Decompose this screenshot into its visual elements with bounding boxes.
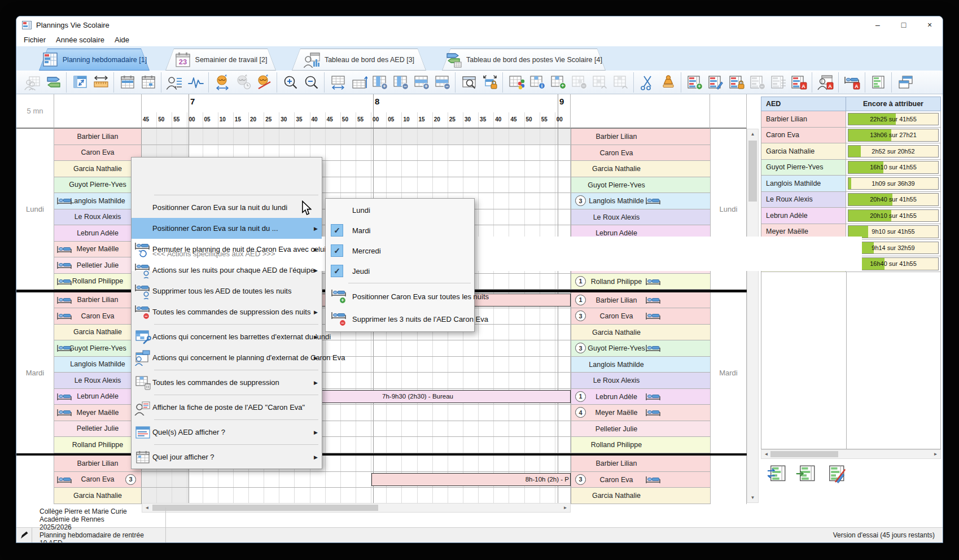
scroll-left-icon[interactable]: ◄ [761,450,771,458]
zoom-in-icon[interactable] [280,72,301,93]
aed-pdf-icon[interactable]: A [815,72,839,93]
context-menu-item[interactable]: Positionner Caron Eva sur la nuit du ...… [132,218,322,239]
panel-row[interactable]: Barbier Lilian 22h25 sur 41h55 [761,111,941,128]
cell-add-icon[interactable]: + [548,72,568,93]
aed-list-icon[interactable] [164,72,185,93]
planning-pdf-icon[interactable]: A [789,72,812,93]
cascade-windows-icon[interactable] [895,72,916,93]
aed-name-cell[interactable]: Guyot Pierre-Yves [54,340,142,356]
aed-name-cell[interactable]: Langlois Mathilde [54,357,142,373]
table-height-icon[interactable] [348,72,369,93]
panel-aed-name[interactable]: Guyot Pierre-Yves [761,160,846,176]
aed-name-cell-right[interactable]: Rolland Philippe [571,437,710,453]
horizontal-scrollbar[interactable]: ◄ ► [142,503,571,513]
aed-name-cell-right[interactable]: 3 Caron Eva [571,472,710,488]
aed-name-cell[interactable]: Caron Eva 3 [54,472,142,488]
aed-name-cell[interactable]: Caron Eva [54,145,142,161]
panel-aed-name[interactable]: Langlois Mathilde [761,176,846,192]
aed-name-cell[interactable]: Pelletier Julie [54,257,142,273]
aed-name-cell[interactable]: Le Roux Alexis [54,209,142,225]
context-menu-item[interactable]: Actions sur les nuits pour chaque AED de… [132,260,322,281]
context-menu-item[interactable]: Quel jour afficher ? ▶ [132,447,322,467]
submenu-item[interactable]: Lundi [326,200,474,220]
aed-name-cell-right[interactable]: 4 Meyer Maëlle [571,405,710,421]
submenu-item[interactable]: + Positionner Caron Eva sur toutes les n… [326,285,474,308]
context-menu-item[interactable]: Positionner Caron Eva sur la nuit du lun… [132,197,322,218]
panel-aed-name[interactable]: Le Roux Alexis [761,192,846,208]
delete-row-icon[interactable]: − [432,72,456,93]
aed-name-cell[interactable]: Barbier Lilian [54,129,142,145]
panel-aed-name[interactable]: Lebrun Adèle [761,208,846,224]
calendar-week-icon[interactable] [117,72,138,93]
schedule-grid-cell[interactable] [142,129,571,145]
scrollbar-thumb[interactable] [748,141,757,202]
calendar-day-icon[interactable] [138,72,161,93]
aed-name-cell-right[interactable]: Barbier Lilian [571,129,710,145]
tab[interactable]: 23 Semainier de travail [2] [165,49,276,71]
schedule-bar[interactable]: 8h-10h (2h) - P [371,473,571,487]
panel-scrollbar[interactable]: ◄ ► [761,449,941,459]
aed-name-cell[interactable]: Rolland Philippe [54,437,142,453]
aed-name-cell[interactable]: Garcia Nathalie [54,325,142,340]
schedule-grid-cell[interactable]: 8h-10h (2h) - P [142,472,571,488]
schedule-grid-cell[interactable] [142,488,571,504]
aed-name-cell[interactable]: Meyer Maëlle [54,242,142,257]
context-menu-item[interactable]: Actions qui concernent le planning d'ext… [132,347,322,368]
context-menu-item[interactable]: Afficher la fiche de poste de l'AED "Car… [132,397,322,418]
activity-curve-icon[interactable] [185,72,209,93]
submenu-item[interactable]: − Supprimer les 3 nuits de l'AED Caron E… [326,308,474,330]
scroll-right-icon[interactable]: ► [931,450,940,458]
aed-name-cell-right[interactable]: Le Roux Alexis [571,209,710,225]
scroll-up-icon[interactable]: ▲ [747,129,758,139]
panel-aed-name[interactable]: Barbier Lilian [761,111,846,128]
postes-export-icon[interactable] [795,462,818,485]
tab[interactable]: Planning hebdomadaire [1] [39,49,150,71]
scrollbar-thumb[interactable] [770,451,838,457]
aed-name-cell-right[interactable]: 3 Guyot Pierre-Yves [571,340,710,356]
nights-pdf-icon[interactable]: A [842,72,865,93]
planning-remove-icon[interactable]: − [747,72,768,93]
stamp-icon[interactable] [658,72,681,93]
panel-aed-name[interactable]: Garcia Nathalie [761,143,846,160]
panel-row[interactable]: Caron Eva 13h06 sur 27h21 [761,128,941,144]
aed-name-cell[interactable]: Barbier Lilian [54,292,142,308]
checkbox-checked-icon[interactable]: ✓ [331,265,343,277]
aed-name-cell[interactable]: Langlois Mathilde [54,193,142,209]
panel-row[interactable]: Guyot Pierre-Yves 16h10 sur 41h55 [761,160,941,176]
menubar-item[interactable]: Fichier [19,34,51,45]
cell-colors-icon[interactable] [506,72,527,93]
table-width-icon[interactable] [327,72,348,93]
vertical-scrollbar[interactable]: ▲ ▼ [747,129,759,503]
night-shift-time-icon[interactable]: zz [233,72,253,93]
zoom-out-icon[interactable] [301,72,325,93]
aed-name-cell-right[interactable]: 1 Lebrun Adèle [571,389,710,405]
scroll-right-icon[interactable]: ► [560,504,570,512]
aed-name-cell-right[interactable]: 1 Barbier Lilian [571,292,710,308]
tab[interactable]: Tableau de bord des postes Vie Scolaire … [442,49,606,71]
checkbox-checked-icon[interactable]: ✓ [331,224,343,237]
aed-name-cell-right[interactable]: Garcia Nathalie [571,488,710,504]
aed-name-cell-right[interactable]: Le Roux Alexis [571,373,710,388]
context-menu-item[interactable]: Permuter le planning de nuit de Caron Ev… [132,239,322,260]
aed-name-cell-right[interactable]: 1 Rolland Philippe [571,274,710,290]
team-planning-icon[interactable] [22,72,43,93]
submenu-item[interactable]: ✓ Mercredi [326,240,474,261]
aed-name-cell[interactable]: Pelletier Julie [54,421,142,437]
postes-annotate-icon[interactable] [824,462,848,485]
aed-name-cell[interactable]: Garcia Nathalie [54,161,142,177]
panel-row[interactable]: Langlois Mathilde 1h09 sur 36h39 [761,176,941,192]
planning-resize-icon[interactable] [69,72,90,93]
aed-name-cell[interactable]: Barbier Lilian [54,456,142,471]
close-button[interactable]: × [917,16,943,33]
scrollbar-thumb[interactable] [152,505,378,511]
aed-name-cell[interactable]: Caron Eva [54,308,142,324]
aed-name-cell-right[interactable]: 3 Caron Eva [571,308,710,324]
cell-info-icon[interactable]: i [527,72,548,93]
aed-name-cell[interactable]: Guyot Pierre-Yves [54,177,142,193]
context-menu-item[interactable]: Quel(s) AED afficher ? ▶ [132,422,322,443]
night-shift-move-icon[interactable]: zz [212,72,233,93]
context-menu-item[interactable]: Actions qui concernent les barrettes d'e… [132,326,322,347]
maximize-button[interactable]: □ [891,16,917,33]
column-width-ruler-icon[interactable] [90,72,114,93]
tab[interactable]: Tableau de bord des AED [3] [292,49,426,71]
